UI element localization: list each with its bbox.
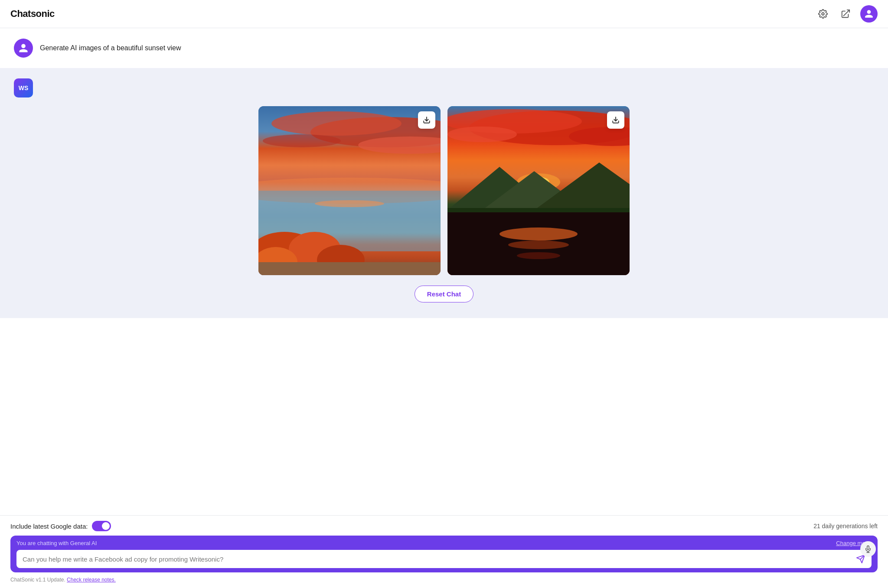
download-image-2-button[interactable] [607, 111, 624, 129]
user-avatar [14, 39, 33, 58]
chat-input[interactable] [23, 556, 852, 563]
bottom-controls: Include latest Google data: 21 daily gen… [10, 521, 878, 531]
app-logo: Chatsonic [10, 8, 55, 19]
image-grid [258, 106, 630, 275]
chat-mode-bar: You are chatting with General AI Change … [16, 540, 872, 546]
svg-point-28 [500, 227, 578, 240]
svg-rect-26 [447, 208, 630, 212]
ai-response: WS [0, 68, 888, 318]
daily-generations-label: 21 daily generations left [813, 523, 878, 530]
sunset-ocean-image [258, 106, 441, 275]
bottom-bar: Include latest Google data: 21 daily gen… [0, 515, 888, 588]
sunset-mountain-image [447, 106, 630, 275]
footer-note: ChatSonic v1.1 Update. Check release not… [10, 577, 878, 585]
chat-mode-label: You are chatting with General AI [16, 540, 97, 546]
input-row [16, 550, 872, 568]
user-message-text: Generate AI images of a beautiful sunset… [40, 39, 181, 53]
chat-area: Generate AI images of a beautiful sunset… [0, 28, 888, 515]
export-button[interactable] [838, 6, 853, 22]
svg-point-29 [508, 240, 569, 249]
svg-point-9 [315, 200, 384, 207]
svg-point-30 [517, 252, 560, 259]
svg-point-0 [822, 13, 824, 15]
user-avatar-button[interactable] [860, 5, 878, 23]
chat-input-container: You are chatting with General AI Change … [10, 536, 878, 572]
image-card-2 [447, 106, 630, 275]
svg-point-4 [271, 111, 402, 136]
microphone-button[interactable] [860, 541, 876, 557]
svg-rect-14 [258, 262, 441, 275]
download-image-1-button[interactable] [418, 111, 435, 129]
svg-rect-34 [867, 546, 869, 550]
google-data-row: Include latest Google data: [10, 521, 111, 531]
ai-response-header: WS [14, 78, 874, 97]
settings-button[interactable] [815, 6, 831, 22]
image-card-1 [258, 106, 441, 275]
footer-release-notes-link[interactable]: Check release notes. [67, 577, 116, 583]
app-header: Chatsonic [0, 0, 888, 28]
footer-text: ChatSonic v1.1 Update. [10, 577, 65, 583]
google-data-toggle[interactable] [92, 521, 111, 531]
google-data-label: Include latest Google data: [10, 523, 88, 530]
svg-point-20 [447, 127, 517, 142]
user-message: Generate AI images of a beautiful sunset… [0, 28, 888, 68]
reset-chat-button[interactable]: Reset Chat [415, 286, 473, 302]
svg-point-6 [263, 134, 341, 147]
header-icons [815, 5, 878, 23]
ws-logo: WS [14, 78, 33, 97]
